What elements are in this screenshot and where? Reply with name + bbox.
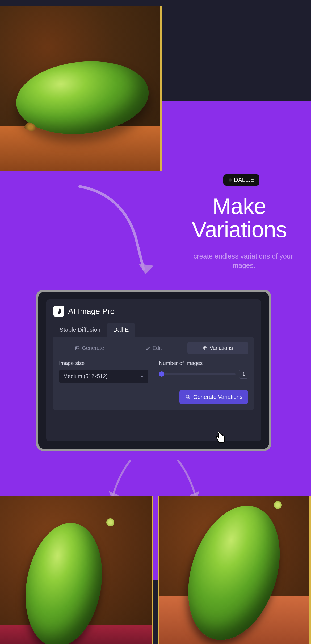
num-images-slider[interactable] bbox=[159, 373, 236, 375]
svg-rect-5 bbox=[186, 395, 189, 398]
brand-name: AI Image Pro bbox=[68, 307, 115, 316]
engine-tabs: Stable Diffusion Dall.E bbox=[53, 323, 254, 337]
result-right-stem bbox=[274, 501, 282, 509]
mode-subtabs: Generate Edit Variations bbox=[59, 342, 248, 354]
app-card-frame: AI Image Pro Stable Diffusion Dall.E Gen… bbox=[36, 290, 271, 451]
image-size-select[interactable]: Medium (512x512) bbox=[59, 370, 148, 383]
form-row: Image size Medium (512x512) Number of Im… bbox=[59, 360, 248, 383]
brand-row: AI Image Pro bbox=[53, 306, 254, 317]
app-card: AI Image Pro Stable Diffusion Dall.E Gen… bbox=[38, 292, 269, 449]
copy-icon bbox=[203, 346, 208, 351]
generate-variations-button[interactable]: Generate Variations bbox=[179, 390, 248, 404]
image-size-col: Image size Medium (512x512) bbox=[59, 360, 148, 383]
tab-stable-diffusion[interactable]: Stable Diffusion bbox=[53, 323, 107, 337]
badge-dot-icon bbox=[229, 178, 232, 182]
subtab-edit-label: Edit bbox=[153, 345, 162, 351]
pencil-icon bbox=[146, 346, 150, 351]
generate-variations-label: Generate Variations bbox=[193, 394, 242, 400]
image-size-label: Image size bbox=[59, 360, 148, 366]
svg-rect-0 bbox=[75, 347, 79, 350]
num-images-slider-row: 1 bbox=[159, 370, 248, 379]
slider-thumb[interactable] bbox=[159, 371, 164, 377]
image-icon bbox=[75, 346, 80, 351]
result-left-stem bbox=[106, 518, 114, 526]
tab-dalle[interactable]: Dall.E bbox=[107, 323, 135, 337]
result-image-right bbox=[158, 496, 311, 644]
image-size-value: Medium (512x512) bbox=[63, 373, 108, 379]
copy-icon bbox=[185, 394, 191, 400]
app-inner-panel: AI Image Pro Stable Diffusion Dall.E Gen… bbox=[46, 299, 261, 441]
subtab-variations[interactable]: Variations bbox=[187, 342, 248, 354]
cursor-hand-icon bbox=[214, 431, 227, 444]
svg-rect-3 bbox=[204, 347, 206, 349]
source-image bbox=[0, 6, 162, 171]
subtitle: create endless variations of your images… bbox=[186, 252, 300, 270]
num-images-label: Number of Images bbox=[159, 360, 248, 366]
headline: Make Variations bbox=[170, 194, 308, 241]
num-images-col: Number of Images 1 bbox=[159, 360, 248, 383]
svg-rect-2 bbox=[204, 347, 207, 350]
badge-label: DALL.E bbox=[234, 177, 254, 183]
svg-rect-4 bbox=[187, 396, 190, 399]
subtab-generate[interactable]: Generate bbox=[59, 342, 120, 354]
tab-panel: Generate Edit Variations Image size bbox=[53, 337, 254, 410]
chevron-down-icon bbox=[140, 374, 144, 379]
num-images-value: 1 bbox=[239, 370, 248, 379]
headline-line1: Make bbox=[212, 194, 266, 219]
headline-line2: Variations bbox=[192, 217, 287, 242]
engine-badge: DALL.E bbox=[223, 174, 259, 186]
action-row: Generate Variations bbox=[59, 390, 248, 404]
subtab-variations-label: Variations bbox=[210, 345, 233, 351]
result-image-left bbox=[0, 496, 153, 644]
subtab-edit[interactable]: Edit bbox=[123, 342, 184, 354]
brand-logo-icon bbox=[53, 306, 64, 317]
subtab-generate-label: Generate bbox=[82, 345, 104, 351]
